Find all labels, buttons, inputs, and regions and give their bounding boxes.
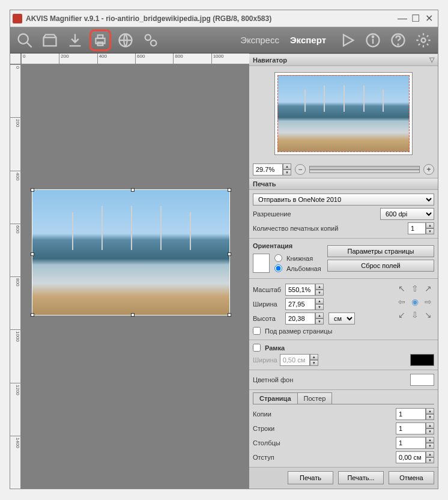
frame-width-label: Ширина [253, 356, 277, 364]
zoom-spinner[interactable]: ▲▼ [253, 163, 291, 175]
tab-page[interactable]: Страница [253, 392, 298, 404]
fit-page-checkbox[interactable] [253, 327, 261, 335]
align-e-icon[interactable]: ⇨ [422, 296, 434, 308]
reset-margins-button[interactable]: Сброс полей [327, 260, 434, 272]
bg-panel: Цветной фон [249, 370, 438, 389]
ruler-tick: 1200 [10, 383, 20, 436]
frame-checkbox[interactable] [253, 344, 261, 352]
ruler-tick: 1400 [10, 436, 20, 489]
image-preview[interactable] [32, 189, 230, 316]
align-w-icon[interactable]: ⇦ [396, 296, 408, 308]
frame-width-spinner[interactable]: ▲▼ [280, 354, 318, 366]
scale-spinner[interactable]: ▲▼ [285, 284, 324, 296]
print-button[interactable]: Печать [288, 471, 333, 484]
open-button[interactable] [39, 29, 61, 51]
maximize-button[interactable]: ☐ [409, 12, 422, 25]
cancel-button[interactable]: Отмена [389, 471, 434, 484]
help-button[interactable] [387, 29, 409, 51]
align-sw-icon[interactable]: ↙ [396, 309, 408, 321]
alignment-grid[interactable]: ↖⇧↗ ⇦◉⇨ ↙⇩↘ [396, 282, 434, 321]
copies-spinner[interactable]: ▲▼ [408, 222, 434, 234]
dpi-select[interactable]: 600 dpi [380, 208, 434, 220]
minimize-button[interactable]: — [396, 12, 409, 25]
page-params-button[interactable]: Параметры страницы [327, 245, 434, 257]
landscape-radio[interactable] [274, 264, 282, 272]
align-n-icon[interactable]: ⇧ [409, 282, 421, 294]
canvas-viewport[interactable] [21, 64, 249, 489]
ruler-tick: 800 [10, 276, 20, 329]
ruler-tick: 400 [10, 171, 20, 224]
portrait-radio[interactable] [274, 254, 282, 262]
ruler-tick: 0 [21, 53, 59, 64]
content-body: 02004006008001000 0200400600800100012001… [10, 53, 438, 489]
svg-point-7 [151, 40, 156, 46]
print-tool-button[interactable] [89, 29, 111, 51]
fit-page-label: Под размер страницы [265, 328, 332, 335]
align-nw-icon[interactable]: ↖ [396, 282, 408, 294]
ruler-vertical: 0200400600800100012001400 [10, 64, 21, 489]
frame-header: Рамка [265, 344, 285, 352]
zoom-controls: ▲▼ − + [249, 161, 438, 178]
ruler-tick: 200 [59, 53, 97, 64]
bg-color-picker[interactable] [410, 374, 434, 386]
print-panel: Отправить в OneNote 2010 Разрешение600 d… [249, 190, 438, 238]
zoom-in-button[interactable]: + [423, 164, 434, 175]
mode-expert[interactable]: Эксперт [290, 35, 326, 45]
svg-rect-3 [98, 35, 103, 38]
width-label: Ширина [253, 300, 283, 308]
settings-gears-button[interactable] [140, 29, 162, 51]
printer-select[interactable]: Отправить в OneNote 2010 [253, 194, 434, 206]
width-spinner[interactable]: ▲▼ [285, 298, 324, 310]
window-title: AKVIS Magnifier v.9.1 - rio-antirio_brid… [26, 14, 396, 23]
navigator-title: Навигатор [253, 56, 287, 64]
spinner-up-icon[interactable]: ▲ [283, 163, 291, 169]
navigator-thumbnail[interactable] [274, 72, 413, 155]
landscape-label: Альбомная [286, 265, 321, 272]
ruler-corner [10, 53, 21, 64]
tab-copies-spinner[interactable]: ▲▼ [396, 408, 434, 420]
tab-poster[interactable]: Постер [297, 392, 333, 404]
ruler-tick: 600 [135, 53, 173, 64]
frame-color-picker[interactable] [410, 354, 434, 366]
canvas-area[interactable]: 02004006008001000 0200400600800100012001… [10, 53, 249, 489]
panel-grip-icon[interactable]: ▽ [429, 56, 434, 64]
app-window: AKVIS Magnifier v.9.1 - rio-antirio_brid… [10, 10, 438, 489]
align-se-icon[interactable]: ↘ [422, 309, 434, 321]
spinner-down-icon[interactable]: ▼ [283, 169, 291, 175]
titlebar: AKVIS Magnifier v.9.1 - rio-antirio_brid… [10, 10, 438, 27]
tab-cols-spinner[interactable]: ▲▼ [396, 437, 434, 449]
save-button[interactable] [64, 29, 86, 51]
frame-panel: Рамка Ширина▲▼ [249, 340, 438, 370]
tab-cols-label: Столбцы [253, 439, 280, 447]
zoom-out-button[interactable]: − [295, 164, 306, 175]
ruler-horizontal: 02004006008001000 [21, 53, 249, 64]
tab-margin-spinner[interactable]: ▲▼ [396, 451, 434, 463]
orientation-preview-icon [253, 254, 270, 273]
footer-buttons: Печать Печать... Отмена [249, 467, 438, 488]
print-header: Печать [249, 178, 438, 190]
zoom-input[interactable] [253, 163, 283, 175]
side-panels: Навигатор▽ ▲▼ − + Печать Отправить в One… [249, 53, 438, 489]
ruler-tick: 600 [10, 224, 20, 276]
bridge-image-content [32, 190, 229, 315]
prefs-button[interactable] [413, 29, 434, 51]
svg-point-10 [372, 36, 374, 37]
align-ne-icon[interactable]: ↗ [422, 282, 434, 294]
close-button[interactable]: ✕ [422, 12, 435, 25]
navigator-header: Навигатор▽ [249, 53, 438, 66]
run-button[interactable] [337, 29, 359, 51]
tab-rows-spinner[interactable]: ▲▼ [396, 422, 434, 434]
print-dialog-button[interactable]: Печать... [338, 471, 384, 484]
align-s-icon[interactable]: ⇩ [409, 309, 421, 321]
align-center-icon[interactable]: ◉ [409, 296, 421, 308]
svg-point-6 [145, 34, 151, 40]
magnifier-tool-button[interactable] [14, 29, 35, 51]
svg-point-13 [422, 38, 426, 42]
unit-select[interactable]: см [328, 312, 355, 325]
tab-copies-label: Копии [253, 410, 271, 418]
zoom-slider[interactable] [309, 166, 420, 173]
info-button[interactable] [362, 29, 384, 51]
share-button[interactable] [115, 29, 136, 51]
height-spinner[interactable]: ▲▼ [285, 312, 324, 325]
mode-express[interactable]: Экспресс [240, 35, 279, 45]
